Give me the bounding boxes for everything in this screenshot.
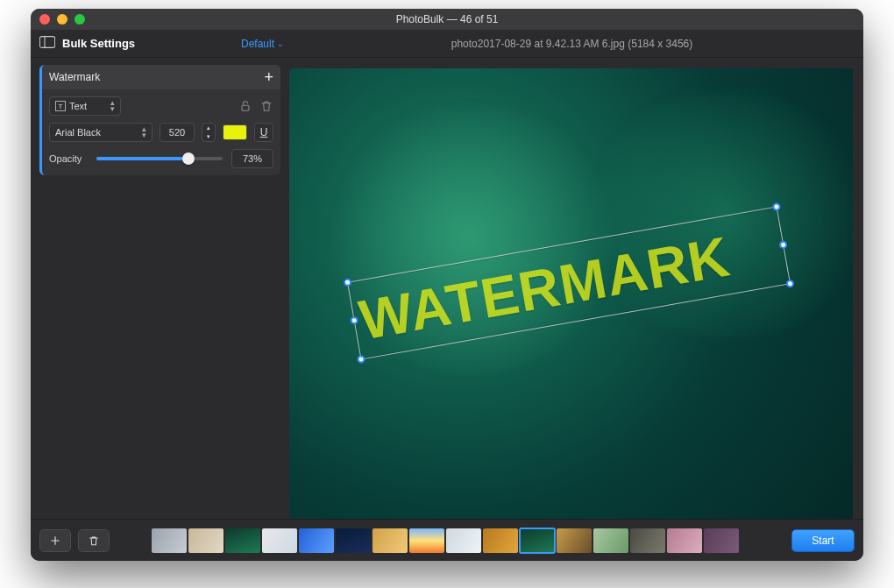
thumbnail[interactable] xyxy=(299,528,334,553)
add-images-button[interactable] xyxy=(39,529,71,552)
watermark-type-label: Text xyxy=(69,101,87,111)
start-button[interactable]: Start xyxy=(791,529,855,552)
opacity-value[interactable]: 73% xyxy=(231,149,273,168)
stepper-icon: ▴▾ xyxy=(110,100,115,112)
thumbnail[interactable] xyxy=(520,528,555,553)
opacity-slider[interactable] xyxy=(96,157,223,160)
preset-dropdown[interactable]: Default ⌄ xyxy=(241,38,284,50)
thumbnail[interactable] xyxy=(446,528,481,553)
plus-icon xyxy=(49,535,61,547)
underline-toggle[interactable]: U xyxy=(254,123,273,142)
toolbar-title: Bulk Settings xyxy=(62,37,135,50)
font-size-stepper[interactable]: ▴▾ xyxy=(202,123,216,142)
opacity-label: Opacity xyxy=(49,153,88,164)
thumbnail[interactable] xyxy=(409,528,444,553)
trash-icon xyxy=(88,535,100,547)
thumbnail[interactable] xyxy=(152,528,187,553)
trash-icon[interactable] xyxy=(259,99,273,113)
thumbnail[interactable] xyxy=(557,528,592,553)
thumbnail[interactable] xyxy=(225,528,260,553)
watermark-panel-header[interactable]: Watermark + xyxy=(42,65,280,89)
color-swatch[interactable] xyxy=(223,124,247,140)
font-size-field[interactable]: 520 xyxy=(160,123,195,142)
chevron-down-icon: ▾ xyxy=(202,132,215,141)
titlebar: PhotoBulk — 46 of 51 xyxy=(31,9,863,30)
font-dropdown[interactable]: Arial Black ▴▾ xyxy=(49,123,153,142)
thumbnail[interactable] xyxy=(188,528,224,553)
app-window: PhotoBulk — 46 of 51 Bulk Settings Defau… xyxy=(31,9,863,561)
window-title: PhotoBulk — 46 of 51 xyxy=(31,13,863,25)
watermark-type-dropdown[interactable]: T Text ▴▾ xyxy=(49,96,121,116)
chevron-down-icon: ⌄ xyxy=(277,39,284,48)
add-watermark-button[interactable]: + xyxy=(264,69,273,85)
slider-fill xyxy=(96,157,188,160)
current-file-label: photo2017-08-29 at 9.42.13 AM 6.jpg (518… xyxy=(289,38,855,50)
thumbnail[interactable] xyxy=(704,528,739,553)
chevron-up-icon: ▴ xyxy=(202,124,215,132)
sidebar-toggle-icon[interactable] xyxy=(39,36,55,52)
watermark-section-title: Watermark xyxy=(49,71,100,83)
thumbnail[interactable] xyxy=(262,528,297,553)
svg-rect-0 xyxy=(39,36,54,47)
font-label: Arial Black xyxy=(55,127,101,138)
stepper-icon: ▴▾ xyxy=(142,126,146,138)
thumbnail[interactable] xyxy=(630,528,665,553)
thumbnail[interactable] xyxy=(372,528,408,553)
preset-label: Default xyxy=(241,38,274,50)
sidebar: Watermark + T Text ▴▾ xyxy=(31,58,289,519)
footer: Start xyxy=(31,519,863,561)
slider-thumb[interactable] xyxy=(182,152,195,165)
start-button-label: Start xyxy=(812,535,834,547)
toolbar: Bulk Settings Default ⌄ photo2017-08-29 … xyxy=(31,30,863,58)
thumbnail[interactable] xyxy=(336,528,371,553)
watermark-panel: Watermark + T Text ▴▾ xyxy=(39,65,280,175)
lock-open-icon[interactable] xyxy=(238,99,252,113)
thumbnail-strip[interactable] xyxy=(117,528,784,553)
thumbnail[interactable] xyxy=(483,528,518,553)
thumbnail[interactable] xyxy=(667,528,702,553)
text-type-icon: T xyxy=(55,101,66,111)
thumbnail[interactable] xyxy=(593,528,628,553)
delete-images-button[interactable] xyxy=(78,529,110,552)
svg-rect-2 xyxy=(242,105,249,110)
preview-area[interactable]: WATERMARK xyxy=(289,68,853,519)
